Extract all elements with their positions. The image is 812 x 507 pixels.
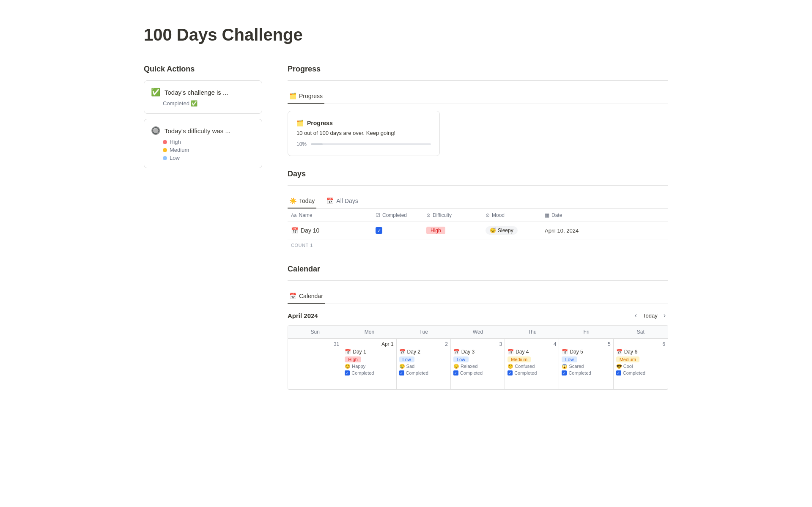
tab-progress[interactable]: 🗂️ Progress (288, 89, 324, 104)
cal-cell-apr1[interactable]: Apr 1 📅 Day 1 High 😊 Happy ✓ Completed (342, 339, 396, 389)
row-difficulty: High (423, 227, 482, 234)
table-row[interactable]: 📅 Day 10 ✓ High 😴 Sleepy (288, 222, 668, 239)
col-completed-label: Completed (382, 212, 407, 218)
next-month-button[interactable]: › (661, 311, 668, 320)
cal-day2-completed-label: Completed (406, 370, 428, 375)
cal-date-31: 31 (291, 341, 339, 347)
col-name-label: Name (299, 212, 312, 218)
cal-day1-check: ✓ (345, 370, 350, 375)
cal-day1-icon: 📅 (345, 349, 351, 355)
cal-date-apr6: 6 (616, 341, 665, 347)
col-mood-label: Mood (492, 212, 505, 218)
cal-cell-apr2[interactable]: 2 📅 Day 2 Low 😢 Sad ✓ Completed (397, 339, 451, 389)
cal-day2-badge: Low (399, 356, 414, 362)
progress-card-title: 🗂️ Progress (296, 120, 431, 126)
count-row: COUNT 1 (288, 239, 668, 251)
cal-day4-icon: 📅 (508, 349, 514, 355)
table-header: Aa Name ☑ Completed ⊙ Difficulty ⊙ (288, 209, 668, 222)
today-challenge-label: Today's challenge is ... (165, 89, 228, 96)
cal-day2-completed: ✓ Completed (399, 370, 448, 375)
today-difficulty-header: 🔘 Today's difficulty was ... (151, 126, 255, 135)
col-mood-icon: ⊙ (486, 212, 490, 218)
cal-day2-icon: 📅 (399, 349, 406, 355)
cal-cell-apr3[interactable]: 3 📅 Day 3 Low 😌 Relaxed ✓ Completed (451, 339, 505, 389)
cal-header-sat: Sat (614, 326, 668, 339)
progress-card-title-label: Progress (307, 120, 333, 126)
today-difficulty-label: Today's difficulty was ... (165, 127, 230, 134)
days-divider (288, 185, 668, 186)
row-name: 📅 Day 10 (288, 227, 372, 234)
col-completed-icon: ☑ (376, 212, 380, 218)
all-days-tab-label: All Days (336, 197, 358, 204)
cal-header-tue: Tue (397, 326, 451, 339)
cal-day3-completed: ✓ Completed (453, 370, 502, 375)
difficulty-medium-label: Medium (170, 147, 189, 153)
cal-header-fri: Fri (559, 326, 613, 339)
page-title: 100 Days Challenge (144, 25, 668, 44)
row-name-icon: 📅 (291, 227, 298, 234)
tab-calendar[interactable]: 📅 Calendar (288, 289, 325, 304)
count-value: 1 (310, 243, 313, 248)
today-challenge-card[interactable]: ✅ Today's challenge is ... Completed ✅ (144, 80, 262, 114)
cal-entry-day2: 📅 Day 2 (399, 349, 448, 355)
difficulty-medium[interactable]: Medium (163, 147, 255, 153)
cal-header-thu: Thu (505, 326, 559, 339)
today-nav-button[interactable]: Today (643, 312, 658, 319)
progress-section-title: Progress (288, 65, 668, 74)
calendar-tab-icon: 📅 (289, 293, 296, 299)
difficulty-high[interactable]: High (163, 139, 255, 145)
calendar-nav: April 2024 ‹ Today › (288, 311, 668, 320)
progress-card: 🗂️ Progress 10 out of 100 days are over.… (288, 111, 440, 156)
cal-day2-mood: 😢 Sad (399, 364, 448, 369)
cal-day6-mood: 😎 Cool (616, 364, 665, 369)
progress-card-icon: 🗂️ (296, 120, 304, 126)
days-section-title: Days (288, 170, 668, 178)
cal-date-apr5: 5 (562, 341, 610, 347)
cal-day5-icon: 📅 (562, 349, 568, 355)
calendar-divider (288, 280, 668, 281)
calendar-tab-label: Calendar (299, 293, 323, 299)
difficulty-badge: High (426, 227, 445, 234)
cal-day1-badge: High (345, 356, 361, 362)
prev-month-button[interactable]: ‹ (632, 311, 639, 320)
col-date: ▦ Date (541, 212, 617, 218)
cal-day3-completed-label: Completed (460, 370, 483, 375)
cal-day6-completed-label: Completed (623, 370, 645, 375)
tab-all-days[interactable]: 📅 All Days (325, 194, 359, 208)
difficulty-low[interactable]: Low (163, 155, 255, 161)
cal-day2-check: ✓ (399, 370, 404, 375)
today-tab-icon: ☀️ (289, 197, 296, 204)
today-difficulty-card[interactable]: 🔘 Today's difficulty was ... High Medium… (144, 119, 262, 168)
cal-day6-completed: ✓ Completed (616, 370, 665, 375)
mood-icon: 😴 (490, 227, 496, 233)
days-tab-bar: ☀️ Today 📅 All Days (288, 194, 668, 209)
cal-cell-apr6[interactable]: 6 📅 Day 6 Medium 😎 Cool ✓ Completed (614, 339, 668, 389)
cal-day4-badge: Medium (508, 356, 531, 362)
cal-day2-label: Day 2 (407, 349, 420, 355)
calendar-nav-buttons: ‹ Today › (632, 311, 668, 320)
cal-day5-badge: Low (562, 356, 577, 362)
cal-day3-check: ✓ (453, 370, 458, 375)
days-table: Aa Name ☑ Completed ⊙ Difficulty ⊙ (288, 209, 668, 251)
cal-entry-day5: 📅 Day 5 (562, 349, 610, 355)
cal-day6-label: Day 6 (624, 349, 637, 355)
tab-today[interactable]: ☀️ Today (288, 194, 316, 208)
progress-tab-icon: 🗂️ (289, 93, 296, 99)
cal-day4-label: Day 4 (516, 349, 529, 355)
calendar-section-title: Calendar (288, 265, 668, 274)
progress-divider (288, 80, 668, 81)
cal-cell-apr4[interactable]: 4 📅 Day 4 Medium 😕 Confused ✓ Completed (505, 339, 559, 389)
cal-day5-label: Day 5 (570, 349, 583, 355)
cal-date-apr1: Apr 1 (345, 341, 393, 347)
row-mood: 😴 Sleepy (482, 226, 541, 235)
cal-day1-completed-label: Completed (351, 370, 374, 375)
col-difficulty-icon: ⊙ (426, 212, 431, 218)
dot-low (163, 156, 167, 160)
completed-checkbox[interactable]: ✓ (376, 227, 382, 234)
row-completed: ✓ (372, 227, 423, 234)
today-challenge-header: ✅ Today's challenge is ... (151, 88, 255, 97)
cal-day3-icon: 📅 (453, 349, 460, 355)
col-completed: ☑ Completed (372, 212, 423, 218)
cal-cell-apr5[interactable]: 5 📅 Day 5 Low 😱 Scared ✓ Completed (559, 339, 613, 389)
progress-tab-label: Progress (299, 93, 323, 99)
